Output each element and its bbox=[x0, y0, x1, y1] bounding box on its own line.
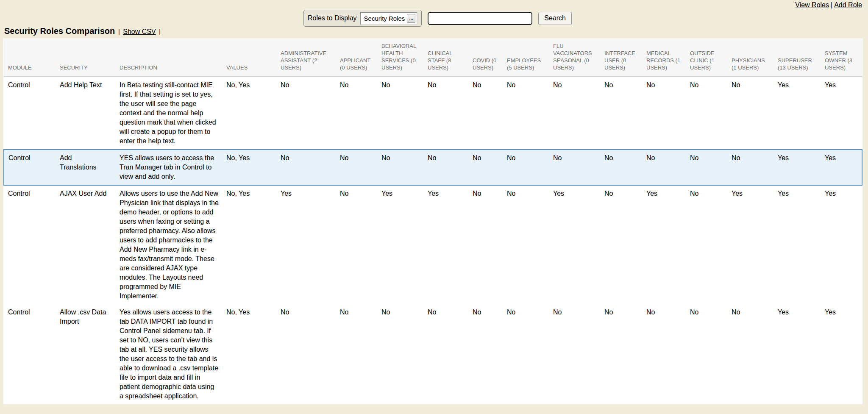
column-header-system-owner-3-users: SYSTEM OWNER (3 USERS) bbox=[821, 38, 862, 77]
top-links-separator: | bbox=[831, 1, 832, 8]
cell-module: Control bbox=[4, 77, 56, 150]
column-header-clinical-staff-8-users: CLINICAL STAFF (8 USERS) bbox=[423, 38, 468, 77]
cell-security: Add Help Text bbox=[56, 77, 115, 150]
cell-role-value: Yes bbox=[773, 77, 821, 150]
column-header-covid-0-users: COVID (0 USERS) bbox=[468, 38, 503, 77]
controls-bar: Roles to Display Security Roles ... Sear… bbox=[303, 10, 572, 27]
cell-module: Control bbox=[4, 185, 56, 304]
roles-select-expand-button[interactable]: ... bbox=[407, 14, 415, 23]
cell-values: No, Yes bbox=[222, 77, 276, 150]
cell-role-value: No bbox=[503, 304, 549, 404]
top-links: View Roles|Add Role bbox=[795, 1, 862, 9]
cell-role-value: No bbox=[686, 304, 727, 404]
table-row[interactable]: ControlAdd TranslationsYES allows users … bbox=[4, 150, 862, 185]
cell-role-value: Yes bbox=[773, 304, 821, 404]
cell-role-value: No bbox=[377, 150, 423, 185]
cell-role-value: Yes bbox=[423, 185, 468, 304]
column-header-applicant-0-users: APPLICANT (0 USERS) bbox=[336, 38, 377, 77]
table-row[interactable]: ControlAdd Help TextIn Beta testing stil… bbox=[4, 77, 862, 150]
cell-role-value: No bbox=[727, 304, 773, 404]
cell-role-value: No bbox=[686, 77, 727, 150]
cell-role-value: No bbox=[727, 150, 773, 185]
column-header-description: DESCRIPTION bbox=[115, 38, 222, 77]
cell-role-value: No bbox=[600, 185, 642, 304]
column-header-flu-vaccinators-seasonal-0-users: FLU VACCINATORS SEASONAL (0 USERS) bbox=[549, 38, 600, 77]
cell-role-value: No bbox=[503, 77, 549, 150]
cell-role-value: No bbox=[276, 150, 336, 185]
column-header-values: VALUES bbox=[222, 38, 276, 77]
cell-values: No, Yes bbox=[222, 185, 276, 304]
cell-role-value: No bbox=[423, 304, 468, 404]
cell-role-value: No bbox=[727, 77, 773, 150]
cell-role-value: Yes bbox=[549, 185, 600, 304]
column-header-superuser-13-users: SUPERUSER (13 USERS) bbox=[773, 38, 821, 77]
roles-to-display-label: Roles to Display bbox=[308, 14, 357, 22]
cell-role-value: No bbox=[377, 77, 423, 150]
column-header-physicians-1-users: PHYSICIANS (1 USERS) bbox=[727, 38, 773, 77]
view-roles-link[interactable]: View Roles bbox=[795, 1, 829, 8]
cell-role-value: No bbox=[503, 150, 549, 185]
column-header-administrative-assistant-2-users: ADMINISTRATIVE ASSISTANT (2 USERS) bbox=[276, 38, 336, 77]
title-line: Security Roles Comparison | Show CSV | bbox=[4, 26, 162, 36]
cell-module: Control bbox=[4, 304, 56, 404]
cell-role-value: No bbox=[276, 77, 336, 150]
cell-role-value: No bbox=[468, 150, 503, 185]
search-button[interactable]: Search bbox=[538, 12, 572, 25]
cell-role-value: Yes bbox=[821, 150, 862, 185]
cell-role-value: No bbox=[468, 77, 503, 150]
roles-select-value: Security Roles bbox=[364, 15, 405, 22]
column-header-module: MODULE bbox=[4, 38, 56, 77]
cell-role-value: No bbox=[423, 150, 468, 185]
cell-role-value: No bbox=[336, 304, 377, 404]
cell-role-value: No bbox=[549, 77, 600, 150]
cell-role-value: No bbox=[423, 77, 468, 150]
title-separator: | bbox=[118, 28, 120, 35]
cell-role-value: No bbox=[276, 304, 336, 404]
cell-security: Allow .csv Data Import bbox=[56, 304, 115, 404]
cell-role-value: No bbox=[503, 185, 549, 304]
page-title: Security Roles Comparison bbox=[4, 26, 115, 36]
cell-role-value: No bbox=[336, 150, 377, 185]
cell-role-value: Yes bbox=[821, 185, 862, 304]
cell-description: In Beta testing still-contact MIE first.… bbox=[115, 77, 222, 150]
cell-security: Add Translations bbox=[56, 150, 115, 185]
cell-description: Yes allows users access to the tab DATA … bbox=[115, 304, 222, 404]
cell-values: No, Yes bbox=[222, 150, 276, 185]
add-role-link[interactable]: Add Role bbox=[834, 1, 862, 8]
cell-module: Control bbox=[4, 150, 56, 185]
cell-role-value: No bbox=[336, 185, 377, 304]
column-header-behavioral-health-services-0-users: BEHAVIORAL HEALTH SERVICES (0 USERS) bbox=[377, 38, 423, 77]
cell-description: Allows users to use the Add New Physicia… bbox=[115, 185, 222, 304]
table-row[interactable]: ControlAllow .csv Data ImportYes allows … bbox=[4, 304, 862, 404]
cell-role-value: No bbox=[642, 304, 686, 404]
cell-role-value: No bbox=[600, 150, 642, 185]
cell-role-value: Yes bbox=[821, 77, 862, 150]
header-row: MODULESECURITYDESCRIPTIONVALUESADMINISTR… bbox=[4, 38, 862, 77]
cell-role-value: No bbox=[336, 77, 377, 150]
cell-role-value: Yes bbox=[773, 150, 821, 185]
cell-role-value: Yes bbox=[727, 185, 773, 304]
search-input[interactable] bbox=[428, 12, 532, 25]
cell-role-value: Yes bbox=[377, 185, 423, 304]
column-header-outside-clinic-1-users: OUTSIDE CLINIC (1 USERS) bbox=[686, 38, 727, 77]
cell-role-value: No bbox=[468, 185, 503, 304]
column-header-security: SECURITY bbox=[56, 38, 115, 77]
cell-role-value: No bbox=[686, 185, 727, 304]
cell-security: AJAX User Add bbox=[56, 185, 115, 304]
cell-role-value: Yes bbox=[642, 185, 686, 304]
cell-role-value: No bbox=[686, 150, 727, 185]
column-header-medical-records-1-users: MEDICAL RECORDS (1 USERS) bbox=[642, 38, 686, 77]
cell-role-value: Yes bbox=[821, 304, 862, 404]
show-csv-link[interactable]: Show CSV bbox=[123, 28, 156, 35]
cell-description: YES allows users to access the Tran Mana… bbox=[115, 150, 222, 185]
cell-role-value: No bbox=[468, 304, 503, 404]
roles-select[interactable]: Security Roles ... bbox=[360, 12, 418, 25]
roles-table: MODULESECURITYDESCRIPTIONVALUESADMINISTR… bbox=[3, 38, 862, 404]
cell-role-value: No bbox=[642, 77, 686, 150]
cell-role-value: No bbox=[642, 150, 686, 185]
table-row[interactable]: ControlAJAX User AddAllows users to use … bbox=[4, 185, 862, 304]
title-separator-2: | bbox=[159, 28, 161, 35]
column-header-employees-5-users: EMPLOYEES (5 USERS) bbox=[503, 38, 549, 77]
cell-role-value: No bbox=[549, 304, 600, 404]
cell-values: No, Yes bbox=[222, 304, 276, 404]
